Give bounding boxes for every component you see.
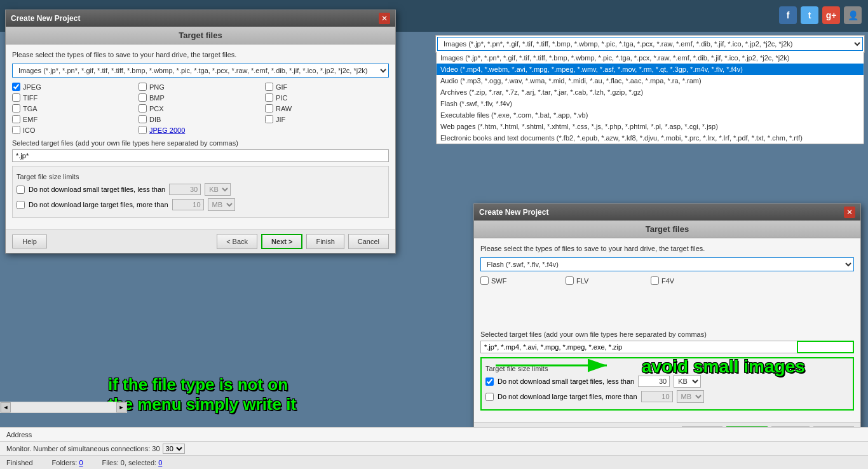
checkbox-bmp-label[interactable]: BMP xyxy=(149,94,165,102)
dialog2-size-limit2-unit[interactable]: MB xyxy=(677,390,704,403)
checkbox-tiff-label[interactable]: TIFF xyxy=(23,94,37,102)
checkbox-ico: ICO xyxy=(12,126,136,134)
dialog1-category-select[interactable]: Images (*.jp*, *.pn*, *.gif, *.tif, *.ti… xyxy=(12,64,389,78)
dialog2-size-limit2-checkbox[interactable] xyxy=(485,393,494,401)
checkbox-flv-label[interactable]: FLV xyxy=(576,277,588,285)
status-files: Files: 0, selected: 0 xyxy=(102,459,163,466)
dialog2-size-limit2-label[interactable]: Do not download large target files, more… xyxy=(498,393,637,400)
checkbox-pic-input[interactable] xyxy=(265,93,273,102)
checkbox-swf-input[interactable] xyxy=(480,276,489,285)
dialog1-titlebar: Create New Project ✕ xyxy=(6,10,395,27)
dialog2-size-limit1-checkbox[interactable] xyxy=(485,377,494,386)
checkbox-dib: DIB xyxy=(139,115,262,123)
scroll-left-button[interactable]: ◄ xyxy=(1,402,11,412)
dialog1-cancel-button[interactable]: Cancel xyxy=(348,234,389,249)
checkbox-pic-label[interactable]: PIC xyxy=(276,94,287,102)
dialog2-size-limit1-input[interactable] xyxy=(638,376,670,387)
dropdown-option-web[interactable]: Web pages (*.htm, *.html, *.shtml, *.xht… xyxy=(437,121,864,132)
annotation-arrow xyxy=(489,346,616,378)
dialog1-size-limit2-unit[interactable]: MB xyxy=(208,198,235,211)
checkbox-dib-label[interactable]: DIB xyxy=(149,116,161,123)
checkbox-jif-label[interactable]: JIF xyxy=(276,116,285,123)
checkbox-png-input[interactable] xyxy=(139,83,147,91)
checkbox-jif-input[interactable] xyxy=(265,115,273,123)
dialog2-header: Target files xyxy=(474,221,860,238)
checkbox-ico-label[interactable]: ICO xyxy=(23,126,36,134)
dialog2-title: Create New Project xyxy=(479,208,548,217)
monitor-connections-select[interactable]: 30 xyxy=(163,444,185,454)
checkbox-swf: SWF xyxy=(480,276,563,285)
checkbox-jpeg2000-input[interactable] xyxy=(139,126,147,134)
checkbox-pic: PIC xyxy=(265,93,389,102)
dialog1-title: Create New Project xyxy=(11,14,80,23)
dialog1-size-limit1-unit[interactable]: KB xyxy=(205,183,231,196)
dialog2-size-limit2-row: Do not download large target files, more… xyxy=(485,390,849,403)
dropdown-option-flash[interactable]: Flash (*.swf, *.flv, *.f4v) xyxy=(437,98,864,109)
checkbox-bmp-input[interactable] xyxy=(139,93,147,102)
dialog1-size-limit2-checkbox[interactable] xyxy=(17,201,25,209)
checkbox-gif-label[interactable]: GIF xyxy=(276,83,287,91)
dialog2-close-button[interactable]: ✕ xyxy=(844,207,855,218)
checkbox-emf-input[interactable] xyxy=(12,115,20,123)
checkbox-jpeg-label[interactable]: JPEG xyxy=(23,83,41,91)
checkbox-tiff-input[interactable] xyxy=(12,93,20,102)
checkbox-emf-label[interactable]: EMF xyxy=(23,116,37,123)
dropdown-option-exe[interactable]: Executable files (*.exe, *.com, *.bat, *… xyxy=(437,109,864,121)
dropdown-option-archives[interactable]: Archives (*.zip, *.rar, *.7z, *.arj, *.t… xyxy=(437,86,864,98)
dialog1-size-limit2-input[interactable] xyxy=(172,199,204,210)
top-dropdown-area: Images (*.jp*, *.pn*, *.gif, *.tif, *.ti… xyxy=(435,35,865,53)
dropdown-option-audio[interactable]: Audio (*.mp3, *.ogg, *.wav, *.wma, *.mid… xyxy=(437,75,864,86)
status-finished: Finished xyxy=(6,459,33,466)
checkbox-jpeg2000-label[interactable]: JPEG 2000 xyxy=(149,126,185,134)
dialog1-footer: Help < Back Next > Finish Cancel xyxy=(6,229,395,253)
checkbox-pcx-input[interactable] xyxy=(139,104,147,112)
checkbox-f4v-input[interactable] xyxy=(651,276,659,285)
dialog1-size-limit1-checkbox[interactable] xyxy=(17,186,25,194)
dialog1-size-limit2-label[interactable]: Do not download large target files, more… xyxy=(29,201,168,208)
gplus-icon[interactable]: g+ xyxy=(822,6,840,24)
checkbox-raw-label[interactable]: RAW xyxy=(276,105,292,112)
dialog1-desc: Please select the types of files to save… xyxy=(12,51,389,58)
dialog2-category-select[interactable]: Flash (*.swf, *.flv, *.f4v) xyxy=(480,257,854,271)
dialog1-size-limit1-input[interactable] xyxy=(169,184,201,195)
status-folders-link[interactable]: 0 xyxy=(79,459,83,466)
checkbox-tiff: TIFF xyxy=(12,93,136,102)
user-icon[interactable]: 👤 xyxy=(844,6,862,24)
dialog1-close-button[interactable]: ✕ xyxy=(379,13,390,24)
scroll-right-button[interactable]: ► xyxy=(116,402,126,412)
checkbox-jpeg-input[interactable] xyxy=(12,83,20,91)
checkbox-swf-label[interactable]: SWF xyxy=(491,277,506,285)
checkbox-dib-input[interactable] xyxy=(139,115,147,123)
checkbox-ico-input[interactable] xyxy=(12,126,20,134)
checkbox-tga: TGA xyxy=(12,104,136,112)
dropdown-option-video[interactable]: Video (*.mp4, *.webm, *.avi, *.mpg, *.mp… xyxy=(437,64,864,75)
dropdown-option-ebooks[interactable]: Electronic books and text documents (*.f… xyxy=(437,132,864,144)
dialog1-finish-button[interactable]: Finish xyxy=(306,234,344,249)
dialog2-selected-files-label: Selected target files (add your own file… xyxy=(480,330,854,338)
facebook-icon[interactable]: f xyxy=(779,6,797,24)
checkbox-f4v-label[interactable]: F4V xyxy=(661,277,674,285)
scroll-area[interactable]: ◄ ► xyxy=(0,402,127,413)
dialog1-back-button[interactable]: < Back xyxy=(217,234,257,249)
status-files-link[interactable]: 0 xyxy=(158,459,162,466)
dialog1-size-limit1-label[interactable]: Do not download small target files, less… xyxy=(29,186,165,193)
checkbox-png-label[interactable]: PNG xyxy=(149,83,165,91)
checkbox-gif-input[interactable] xyxy=(265,83,273,91)
dialog1-selected-files-input[interactable] xyxy=(12,149,389,162)
annotation-text-2: avoid small images xyxy=(642,356,805,377)
dialog1-next-button[interactable]: Next > xyxy=(261,234,302,249)
dialog1-checkbox-grid: JPEG PNG GIF TIFF BMP PIC xyxy=(12,83,389,134)
dropdown-option-images[interactable]: Images (*.jp*, *.pn*, *.gif, *.tif, *.ti… xyxy=(437,52,864,64)
status-bar: Finished Folders: 0 Files: 0, selected: … xyxy=(0,455,868,469)
checkbox-pcx-label[interactable]: PCX xyxy=(149,105,164,112)
dialog1-help-button[interactable]: Help xyxy=(12,234,47,248)
dialog2-size-limit2-input[interactable] xyxy=(641,391,673,402)
checkbox-flv-input[interactable] xyxy=(566,276,574,285)
dialog2-size-limit1-label[interactable]: Do not download small target files, less… xyxy=(498,377,634,385)
checkbox-raw-input[interactable] xyxy=(265,104,273,112)
checkbox-tga-input[interactable] xyxy=(12,104,20,112)
top-category-select[interactable]: Images (*.jp*, *.pn*, *.gif, *.tif, *.ti… xyxy=(437,37,863,51)
checkbox-jif: JIF xyxy=(265,115,389,123)
twitter-icon[interactable]: t xyxy=(801,6,818,24)
checkbox-tga-label[interactable]: TGA xyxy=(23,105,37,112)
